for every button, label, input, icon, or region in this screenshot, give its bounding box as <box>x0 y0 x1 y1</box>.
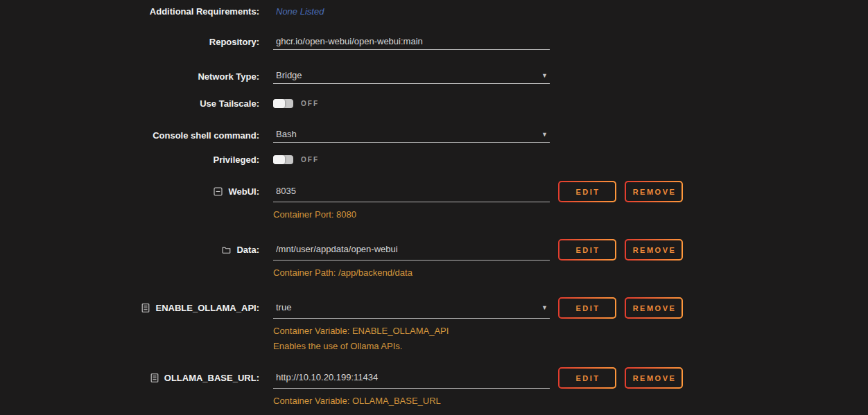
toggle-state-label: OFF <box>301 100 319 107</box>
form-row-additional-requirements: Additional Requirements: None Listed <box>0 5 868 17</box>
helper-text: Container Variable: OLLAMA_BASE_URL <box>273 396 550 406</box>
helper-text: Container Port: 8080 <box>273 210 550 220</box>
console-shell-command-select[interactable]: Bash▼ <box>273 127 550 142</box>
helper-text: Container Variable: ENABLE_OLLAMA_API <box>273 326 550 336</box>
file-text-icon <box>150 373 159 382</box>
form-row-data: Data: Container Path: /app/backend/data … <box>0 239 868 278</box>
field-label: Network Type: <box>198 71 259 82</box>
form-row-ollama-base-url: OLLAMA_BASE_URL: Container Variable: OLL… <box>0 367 868 406</box>
remove-button[interactable]: REMOVE <box>625 367 683 389</box>
form-row-privileged: Privileged: OFF <box>0 154 868 166</box>
chevron-down-icon: ▼ <box>541 73 550 79</box>
remove-button[interactable]: REMOVE <box>625 297 683 319</box>
field-label: Use Tailscale: <box>200 98 259 109</box>
docker-container-settings-form: Additional Requirements: None Listed Rep… <box>0 0 868 406</box>
field-label-cell: Network Type: <box>0 69 259 84</box>
file-text-icon <box>141 303 150 312</box>
form-row-webui: WebUI: Container Port: 8080 EDITREMOVE <box>0 181 868 220</box>
field-label-cell: Console shell command: <box>0 127 259 143</box>
privileged-toggle[interactable] <box>273 155 293 164</box>
form-row-console-shell-command: Console shell command: Bash▼ <box>0 127 868 143</box>
field-label: ENABLE_OLLAMA_API: <box>155 303 259 313</box>
form-row-enable-ollama-api: ENABLE_OLLAMA_API: true▼ Container Varia… <box>0 297 868 351</box>
selected-option: Bash <box>273 129 297 141</box>
field-label: Data: <box>236 245 259 255</box>
field-label-cell: ENABLE_OLLAMA_API: <box>0 297 259 319</box>
use-tailscale-toggle[interactable] <box>273 99 293 108</box>
field-label: Console shell command: <box>153 130 259 141</box>
toggle-knob <box>273 155 285 164</box>
form-row-network-type: Network Type: Bridge▼ <box>0 69 868 84</box>
field-label: Privileged: <box>214 154 259 165</box>
repository-input[interactable] <box>273 33 550 50</box>
webui-input[interactable] <box>273 180 550 202</box>
form-row-use-tailscale: Use Tailscale: OFF <box>0 98 868 109</box>
field-label-cell: Use Tailscale: <box>0 98 259 109</box>
field-label: OLLAMA_BASE_URL: <box>164 373 259 383</box>
edit-button[interactable]: EDIT <box>558 297 616 319</box>
toggle-state-label: OFF <box>301 156 319 164</box>
helper-text: Container Path: /app/backend/data <box>273 268 550 278</box>
field-label-cell: Privileged: <box>0 154 259 166</box>
data-input[interactable] <box>273 238 550 261</box>
additional-requirements-value: None Listed <box>273 6 324 17</box>
remove-button[interactable]: REMOVE <box>625 181 683 202</box>
field-label-cell: WebUI: <box>0 181 259 202</box>
chevron-down-icon: ▼ <box>541 132 550 138</box>
field-label-cell: OLLAMA_BASE_URL: <box>0 367 259 389</box>
selected-option: true <box>273 302 291 314</box>
field-label-cell: Repository: <box>0 34 259 50</box>
enable-ollama-api-select[interactable]: true▼ <box>273 297 550 318</box>
selected-option: Bridge <box>273 70 302 82</box>
form-row-repository: Repository: <box>0 34 868 50</box>
edit-button[interactable]: EDIT <box>558 239 616 261</box>
edit-button[interactable]: EDIT <box>558 181 616 202</box>
helper-text: Enables the use of Ollama APIs. <box>273 342 550 351</box>
field-label-cell: Data: <box>0 239 259 261</box>
chevron-down-icon: ▼ <box>541 305 550 311</box>
field-label: Repository: <box>209 37 259 47</box>
edit-button[interactable]: EDIT <box>558 367 616 389</box>
remove-button[interactable]: REMOVE <box>625 239 683 261</box>
ollama-base-url-input[interactable] <box>273 367 550 389</box>
field-label-cell: Additional Requirements: <box>0 5 259 17</box>
toggle-knob <box>273 99 285 108</box>
folder-icon <box>222 245 231 254</box>
minus-square-icon <box>214 187 223 196</box>
network-type-select[interactable]: Bridge▼ <box>273 69 550 83</box>
field-label: Additional Requirements: <box>150 6 259 17</box>
field-label: WebUI: <box>228 186 259 197</box>
